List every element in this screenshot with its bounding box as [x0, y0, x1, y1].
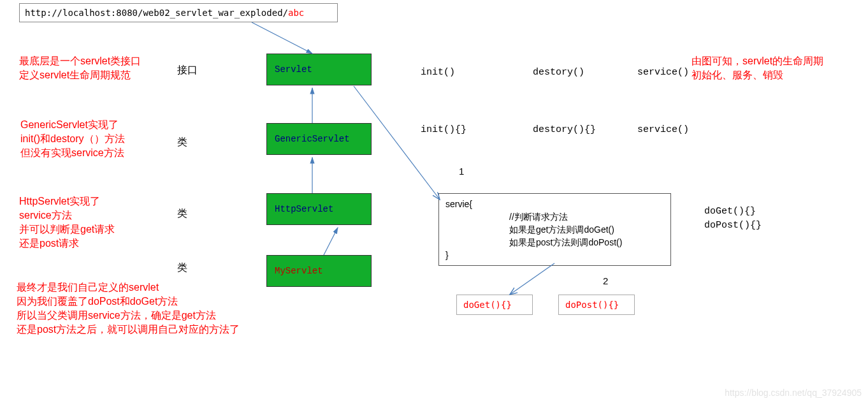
label-class-1: 类: [177, 136, 187, 149]
box-generic: GenericServlet: [266, 123, 372, 155]
servie-c3: 如果是post方法则调doPost(): [445, 236, 664, 249]
servie-c2: 如果是get方法则调doGet(): [445, 223, 664, 236]
servie-close: }: [445, 249, 664, 261]
m2-service: service(): [637, 124, 689, 135]
m1-init: init(): [421, 67, 455, 78]
right-doget: doGet(){}: [704, 206, 756, 217]
right-dopost: doPost(){}: [704, 220, 762, 231]
servie-box: servie{ //判断请求方法 如果是get方法则调doGet() 如果是po…: [438, 193, 671, 266]
box-my: MyServlet: [266, 255, 372, 287]
note-servlet-interface: 最底层是一个servlet类接口 定义servlet生命周期规范: [19, 54, 141, 82]
label-interface: 接口: [177, 64, 198, 77]
box-doget: doGet(){}: [456, 295, 533, 315]
note-http-servlet: HttpServlet实现了 service方法 并可以判断是get请求 还是p…: [19, 194, 115, 251]
box-http: HttpServlet: [266, 193, 372, 225]
box-servlet: Servlet: [266, 54, 372, 85]
url-box: http://localhost:8080/web02_servlet_war_…: [19, 3, 338, 22]
arrow-url-to-servlet: [252, 22, 312, 54]
note-generic-servlet: GenericServlet实现了 init()和destory（）方法 但没有…: [20, 118, 125, 160]
arrow-servie-to-doget: [510, 263, 554, 295]
note-my-servlet: 最终才是我们自己定义的servlet 因为我们覆盖了doPost和doGet方法…: [17, 281, 240, 337]
m1-destory: destory(): [533, 67, 584, 78]
url-prefix: http://localhost:8080/web02_servlet_war_…: [25, 8, 288, 18]
arrow-my-to-http: [324, 228, 338, 255]
servie-open: servie{: [445, 198, 664, 210]
label-class-3: 类: [177, 261, 187, 275]
note-summary: 由图可知，servlet的生命周期 初始化、服务、销毁: [691, 54, 823, 82]
m2-init: init(){}: [421, 124, 467, 135]
m2-destory: destory(){}: [533, 124, 596, 135]
watermark: https://blog.csdn.net/qq_37924905: [725, 388, 862, 398]
m1-service: service(): [637, 67, 689, 78]
box-dopost: doPost(){}: [558, 295, 635, 315]
number-2: 2: [603, 275, 608, 286]
label-class-2: 类: [177, 207, 187, 221]
servie-c1: //判断请求方法: [445, 210, 664, 223]
number-1: 1: [459, 166, 464, 177]
url-suffix: abc: [288, 8, 304, 18]
